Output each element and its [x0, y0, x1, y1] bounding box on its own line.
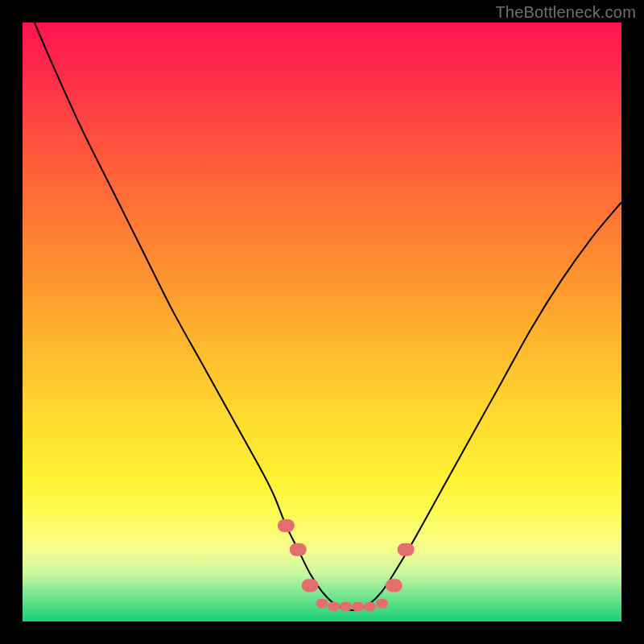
bottleneck-curve: [35, 23, 621, 610]
highlight-marker: [302, 579, 319, 592]
highlight-marker: [376, 599, 388, 609]
highlight-marker: [386, 579, 402, 592]
highlight-marker: [398, 543, 415, 556]
chart-plot-area: [23, 23, 621, 621]
watermark-text: TheBottleneck.com: [495, 3, 636, 22]
highlight-marker-group: [278, 519, 415, 611]
highlight-marker: [328, 602, 340, 612]
highlight-marker: [278, 519, 295, 532]
highlight-marker: [290, 543, 307, 556]
bottleneck-chart-svg: [23, 23, 621, 621]
highlight-marker: [340, 602, 352, 612]
highlight-marker: [364, 602, 376, 612]
highlight-marker: [316, 599, 328, 609]
highlight-marker: [352, 602, 364, 612]
